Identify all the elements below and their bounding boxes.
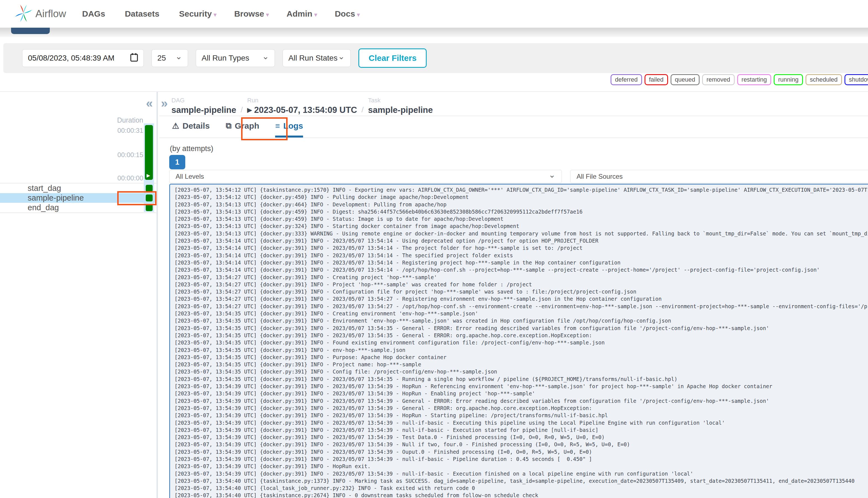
log-line: [2023-05-07, 13:54:39 UTC] {docker.py:39… [174, 434, 868, 441]
log-line: [2023-05-07, 13:54:39 UTC] {docker.py:39… [174, 441, 868, 448]
nav-shadow [0, 28, 868, 37]
log-line: [2023-05-07, 13:54:39 UTC] {docker.py:39… [174, 426, 868, 434]
log-line: [2023-05-07, 13:54:40 UTC] {taskinstance… [174, 492, 868, 498]
log-line: [2023-05-07, 13:54:35 UTC] {docker.py:39… [174, 332, 868, 339]
chevron-down-icon: ▾ [315, 11, 317, 18]
state-badge[interactable]: restarting [737, 74, 772, 85]
expand-panel-icon[interactable]: » [161, 96, 168, 110]
partial-grid-tab[interactable] [11, 28, 50, 34]
run-types-value: All Run Types [202, 54, 249, 63]
task-name: sample-pipeline [28, 193, 84, 202]
log-line: [2023-05-07, 13:54:35 UTC] {docker.py:39… [174, 346, 868, 354]
log-line: [2023-05-07, 13:54:35 UTC] {docker.py:39… [174, 339, 868, 346]
log-line: [2023-05-07, 13:54:35 UTC] {docker.py:39… [174, 310, 868, 317]
log-line: [2023-05-07, 13:54:39 UTC] {docker.py:39… [174, 470, 868, 477]
nav-item-label: Admin [286, 9, 312, 18]
state-badge[interactable]: removed [702, 74, 735, 85]
log-output: [2023-05-07, 13:54:12 UTC] {taskinstance… [169, 184, 868, 498]
file-source-select[interactable]: All File Sources [570, 170, 868, 183]
run-types-select[interactable]: All Run Types ⌄ [196, 49, 275, 67]
log-line: [2023-05-07, 13:54:39 UTC] {docker.py:39… [174, 383, 868, 390]
log-level-value: All Levels [176, 173, 204, 180]
run-value: 2023-05-07, 13:54:09 UTC [254, 105, 357, 115]
state-legend: deferredfailedqueuedremovedrestartingrun… [611, 74, 868, 85]
log-line: [2023-05-07, 13:54:35 UTC] {docker.py:39… [174, 376, 868, 383]
state-badge[interactable]: shutdown [844, 74, 868, 85]
nav-items: DAGs Datasets Security ▾ Browse ▾ Admin … [82, 9, 360, 18]
log-line: [2023-05-07, 13:54:35 UTC] {docker.py:39… [174, 325, 868, 332]
task-link[interactable]: sample-pipeline [368, 105, 433, 115]
log-line: [2023-05-07, 13:54:13 UTC] {docker.py:45… [174, 215, 868, 222]
breadcrumb-dag: DAG sample-pipeline [171, 97, 236, 115]
clear-filters-button[interactable]: Clear Filters [358, 49, 427, 68]
log-line: [2023-05-07, 13:54:14 UTC] {docker.py:39… [174, 266, 868, 273]
panel-divider[interactable] [157, 92, 158, 498]
run-label: Run [247, 97, 357, 104]
calendar-icon[interactable] [130, 53, 138, 64]
log-line: [2023-05-07, 13:54:35 UTC] {docker.py:39… [174, 368, 868, 375]
run-duration-bar[interactable] [145, 125, 153, 180]
nav-item-label: Security [179, 9, 212, 18]
log-line: [2023-05-07, 13:54:27 UTC] {docker.py:39… [174, 281, 868, 288]
nav-item-label: Browse [234, 9, 264, 18]
log-line: [2023-05-07, 13:54:14 UTC] {docker.py:39… [174, 244, 868, 251]
log-line: [2023-05-07, 13:54:40 UTC] {local_task_j… [174, 484, 868, 492]
nav-item[interactable]: Datasets [125, 9, 161, 18]
log-line: [2023-05-07, 13:54:39 UTC] {docker.py:39… [174, 462, 868, 470]
state-badge[interactable]: queued [670, 74, 699, 85]
nav-item[interactable]: Admin ▾ [286, 9, 317, 18]
nav-item[interactable]: Browse ▾ [234, 9, 269, 18]
run-link[interactable]: ▶ 2023-05-07, 13:54:09 UTC [247, 105, 357, 115]
base-date-input[interactable]: 05/08/2023, 05:48:39 AM [22, 49, 144, 67]
breadcrumb-separator: / [361, 105, 364, 115]
legend-divider [0, 91, 868, 92]
breadcrumb-divider [159, 116, 868, 116]
airflow-brand[interactable]: Airflow [14, 4, 66, 24]
duration-tick: 00:00:00 [118, 174, 143, 182]
log-line: [2023-05-07, 13:54:35 UTC] {docker.py:39… [174, 317, 868, 324]
run-states-select[interactable]: All Run States ⌄ [283, 49, 351, 67]
attempt-1-button[interactable]: 1 [169, 155, 185, 169]
log-line: [2023-05-07, 13:54:13 UTC] {docker.py:46… [174, 201, 868, 208]
log-line: [2023-05-07, 13:54:13 UTC] {docker.py:32… [174, 222, 868, 230]
state-badge[interactable]: failed [644, 74, 668, 85]
tab-icon: ⧉ [226, 121, 231, 131]
nav-item[interactable]: Docs ▾ [335, 9, 360, 18]
tab[interactable]: ⚠ Details [172, 121, 210, 137]
tab-label: Details [183, 121, 210, 131]
dag-label: DAG [171, 97, 236, 104]
brand-name: Airflow [36, 8, 66, 19]
collapse-panel-icon[interactable]: « [146, 96, 152, 110]
log-line: [2023-05-07, 13:54:27 UTC] {docker.py:39… [174, 288, 868, 295]
log-line: [2023-05-07, 13:54:40 UTC] {taskinstance… [174, 477, 868, 484]
task-name: end_dag [28, 203, 59, 212]
log-line: [2023-05-07, 13:54:39 UTC] {docker.py:39… [174, 419, 868, 426]
breadcrumb-separator: / [241, 105, 243, 115]
page-size-select[interactable]: 25 ⌄ [151, 49, 188, 67]
state-badge[interactable]: scheduled [805, 74, 842, 85]
log-line: [2023-05-07, 13:54:39 UTC] {docker.py:39… [174, 397, 868, 405]
annotation-box-task-status [117, 191, 157, 205]
manual-run-icon: ▶ [247, 106, 252, 114]
duration-tick: 00:00:15 [118, 151, 143, 159]
file-source-value: All File Sources [576, 173, 623, 180]
state-badge[interactable]: deferred [611, 74, 642, 85]
dag-link[interactable]: sample-pipeline [171, 105, 236, 115]
log-line: [2023-05-07, 13:54:35 UTC] {docker.py:39… [174, 361, 868, 368]
state-badge[interactable]: running [774, 74, 803, 85]
log-line: [2023-05-07, 13:54:39 UTC] {docker.py:39… [174, 455, 868, 462]
log-line: [2023-05-07, 13:54:27 UTC] {docker.py:39… [174, 274, 868, 281]
task-name: start_dag [28, 184, 61, 193]
log-line: [2023-05-07, 13:54:13 UTC] {docker.py:45… [174, 208, 868, 215]
nav-item-label: Docs [335, 9, 355, 18]
nav-item[interactable]: Security ▾ [179, 9, 216, 18]
log-level-select[interactable]: All Levels ⌄ [169, 170, 562, 183]
log-line: [2023-05-07, 13:54:14 UTC] {docker.py:39… [174, 252, 868, 259]
nav-item[interactable]: DAGs [82, 9, 107, 18]
log-line: [2023-05-07, 13:54:39 UTC] {docker.py:39… [174, 448, 868, 455]
log-line: [2023-05-07, 13:54:14 UTC] {docker.py:39… [174, 237, 868, 244]
task-status-square[interactable] [146, 185, 152, 192]
log-lines: [2023-05-07, 13:54:12 UTC] {taskinstance… [174, 186, 868, 498]
breadcrumb: DAG sample-pipeline / Run ▶ 2023-05-07, … [171, 97, 433, 115]
log-line: [2023-05-07, 13:54:12 UTC] {docker.py:45… [174, 193, 868, 200]
